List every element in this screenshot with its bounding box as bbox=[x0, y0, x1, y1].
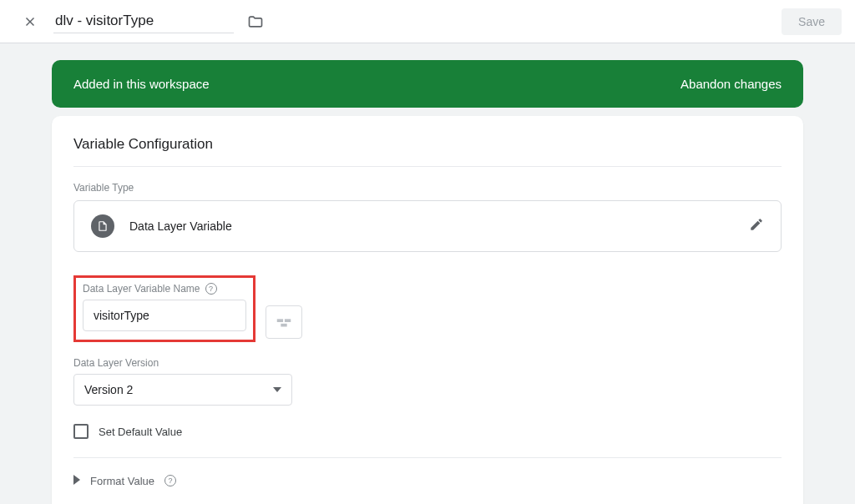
variable-type-selector[interactable]: Data Layer Variable bbox=[73, 200, 782, 252]
variable-name-input[interactable] bbox=[83, 300, 246, 331]
version-value: Version 2 bbox=[84, 383, 133, 396]
chevron-down-icon bbox=[273, 387, 281, 392]
variable-type-section-label: Variable Type bbox=[73, 182, 782, 194]
svg-rect-4 bbox=[281, 324, 286, 327]
chevron-right-icon bbox=[73, 473, 80, 488]
workspace-banner: Added in this workspace Abandon changes bbox=[52, 60, 803, 108]
variable-name-label: Data Layer Variable Name bbox=[83, 283, 200, 295]
close-icon bbox=[23, 14, 38, 29]
version-label: Data Layer Version bbox=[73, 357, 782, 369]
edit-pencil-icon[interactable] bbox=[749, 217, 764, 235]
save-button[interactable]: Save bbox=[782, 8, 842, 35]
variable-picker-button[interactable] bbox=[266, 305, 302, 339]
folder-icon[interactable] bbox=[247, 13, 264, 30]
format-value-toggle[interactable]: Format Value ? bbox=[73, 473, 782, 488]
version-select[interactable]: Version 2 bbox=[73, 374, 292, 406]
svg-rect-3 bbox=[285, 319, 291, 322]
svg-rect-2 bbox=[277, 319, 283, 322]
divider bbox=[73, 457, 782, 458]
topbar: Save bbox=[0, 0, 855, 43]
format-value-label: Format Value bbox=[90, 475, 154, 487]
banner-message: Added in this workspace bbox=[73, 77, 210, 91]
config-card: Variable Configuration Variable Type Dat… bbox=[52, 116, 803, 504]
help-icon[interactable]: ? bbox=[205, 283, 217, 295]
help-icon[interactable]: ? bbox=[164, 475, 176, 486]
card-title: Variable Configuration bbox=[73, 136, 782, 167]
close-button[interactable] bbox=[13, 5, 47, 38]
abandon-changes-link[interactable]: Abandon changes bbox=[680, 77, 782, 91]
highlighted-name-section: Data Layer Variable Name ? bbox=[73, 275, 255, 342]
set-default-checkbox[interactable] bbox=[73, 424, 89, 439]
variable-title-input[interactable] bbox=[53, 9, 234, 33]
set-default-label: Set Default Value bbox=[99, 426, 182, 438]
data-layer-icon bbox=[91, 214, 114, 238]
variable-type-name: Data Layer Variable bbox=[129, 219, 232, 233]
